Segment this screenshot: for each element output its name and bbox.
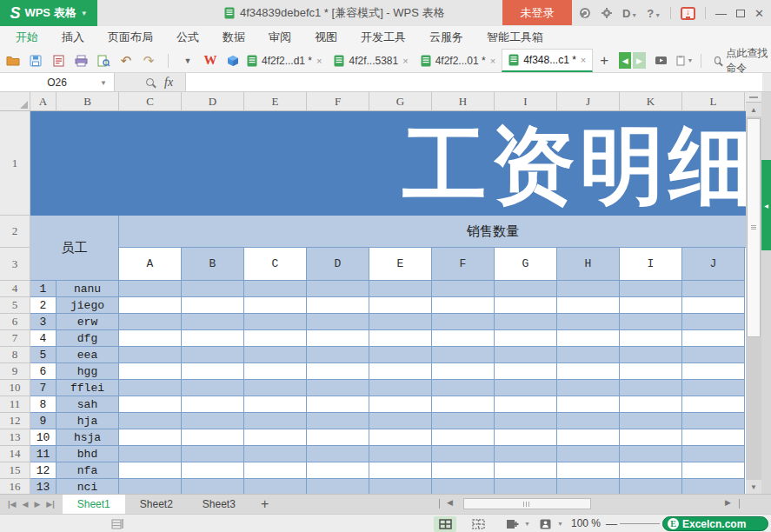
- empty-cell[interactable]: [432, 413, 495, 429]
- empty-cell[interactable]: [182, 330, 244, 347]
- empty-cell[interactable]: [119, 462, 182, 479]
- employee-name-cell[interactable]: erw: [56, 314, 119, 330]
- play-demo-icon[interactable]: [655, 56, 668, 66]
- empty-cell[interactable]: [432, 396, 495, 413]
- menu-formulas[interactable]: 公式: [176, 30, 199, 45]
- empty-cell[interactable]: [620, 347, 682, 363]
- wps-app-menu-button[interactable]: S WPS 表格 ▼: [0, 0, 97, 26]
- column-header-E[interactable]: E: [244, 92, 307, 110]
- help-icon[interactable]: ?▼: [647, 7, 661, 20]
- empty-cell[interactable]: [682, 297, 745, 314]
- empty-cell[interactable]: [182, 479, 244, 494]
- select-all-corner[interactable]: [0, 92, 30, 110]
- row-header-2[interactable]: 2: [0, 216, 30, 248]
- column-header-D[interactable]: D: [182, 92, 244, 110]
- sub-column-cell[interactable]: H: [557, 248, 620, 281]
- empty-cell[interactable]: [182, 413, 244, 429]
- empty-cell[interactable]: [119, 413, 182, 429]
- login-button[interactable]: 未登录: [502, 0, 572, 25]
- employee-number-cell[interactable]: 8: [30, 396, 56, 413]
- doc-tab-3[interactable]: 4f2f2...01 * ×: [415, 49, 502, 72]
- employee-name-cell[interactable]: nfa: [56, 462, 119, 479]
- empty-cell[interactable]: [369, 396, 432, 413]
- employee-name-cell[interactable]: nanu: [56, 281, 119, 297]
- empty-cell[interactable]: [620, 462, 682, 479]
- empty-cell[interactable]: [557, 446, 620, 462]
- page-break-view-icon[interactable]: [467, 516, 489, 532]
- empty-cell[interactable]: [682, 363, 745, 380]
- column-header-B[interactable]: B: [56, 92, 119, 110]
- menu-review[interactable]: 审阅: [269, 30, 291, 45]
- empty-cell[interactable]: [557, 281, 620, 297]
- empty-cell[interactable]: [682, 429, 745, 446]
- sub-column-cell[interactable]: C: [244, 248, 307, 281]
- find-command-box[interactable]: 点此查找命令: [715, 46, 771, 76]
- save-icon[interactable]: [28, 52, 43, 70]
- empty-cell[interactable]: [244, 330, 307, 347]
- empty-cell[interactable]: [369, 446, 432, 462]
- employee-name-cell[interactable]: nci: [56, 479, 119, 494]
- empty-cell[interactable]: [432, 429, 495, 446]
- employee-number-cell[interactable]: 2: [30, 297, 56, 314]
- empty-cell[interactable]: [557, 330, 620, 347]
- empty-cell[interactable]: [432, 380, 495, 396]
- column-header-I[interactable]: I: [495, 92, 557, 110]
- empty-cell[interactable]: [119, 281, 182, 297]
- empty-cell[interactable]: [182, 363, 244, 380]
- column-header-F[interactable]: F: [307, 92, 369, 110]
- empty-cell[interactable]: [557, 297, 620, 314]
- employee-name-cell[interactable]: bhd: [56, 446, 119, 462]
- empty-cell[interactable]: [244, 297, 307, 314]
- menu-home[interactable]: 开始: [16, 30, 38, 45]
- menu-page-layout[interactable]: 页面布局: [108, 30, 153, 45]
- empty-cell[interactable]: [307, 347, 369, 363]
- column-header-H[interactable]: H: [432, 92, 495, 110]
- close-icon[interactable]: ×: [316, 56, 322, 66]
- gear-icon[interactable]: [601, 7, 613, 19]
- employee-number-cell[interactable]: 13: [30, 479, 56, 494]
- empty-cell[interactable]: [682, 281, 745, 297]
- employee-number-cell[interactable]: 9: [30, 413, 56, 429]
- empty-cell[interactable]: [432, 462, 495, 479]
- empty-cell[interactable]: [495, 380, 557, 396]
- empty-cell[interactable]: [620, 330, 682, 347]
- empty-cell[interactable]: [307, 363, 369, 380]
- menu-insert[interactable]: 插入: [62, 30, 84, 45]
- empty-cell[interactable]: [495, 429, 557, 446]
- column-header-C[interactable]: C: [119, 92, 182, 110]
- empty-cell[interactable]: [620, 413, 682, 429]
- empty-cell[interactable]: [682, 446, 745, 462]
- empty-cell[interactable]: [182, 380, 244, 396]
- empty-cell[interactable]: [495, 330, 557, 347]
- empty-cell[interactable]: [620, 479, 682, 494]
- empty-cell[interactable]: [432, 347, 495, 363]
- export-pdf-icon[interactable]: [50, 52, 66, 70]
- row-header[interactable]: 14: [0, 446, 30, 462]
- toolbar-dropdown-icon[interactable]: ▼: [180, 52, 196, 70]
- empty-cell[interactable]: [495, 363, 557, 380]
- empty-cell[interactable]: [682, 413, 745, 429]
- doc-tab-1[interactable]: 4f2f2...d1 * ×: [241, 49, 328, 72]
- empty-cell[interactable]: [369, 429, 432, 446]
- empty-cell[interactable]: [557, 347, 620, 363]
- employee-name-cell[interactable]: hsja: [56, 429, 119, 446]
- empty-cell[interactable]: [620, 429, 682, 446]
- zoom-out-icon[interactable]: —: [606, 517, 617, 530]
- side-panel-toggle[interactable]: ◀: [761, 160, 771, 250]
- download-icon[interactable]: ↓: [681, 7, 695, 20]
- empty-cell[interactable]: [369, 281, 432, 297]
- search-function-icon[interactable]: [146, 78, 154, 86]
- empty-cell[interactable]: [244, 281, 307, 297]
- undo-icon[interactable]: ↶: [118, 52, 134, 70]
- print-preview-icon[interactable]: [96, 52, 111, 70]
- empty-cell[interactable]: [432, 479, 495, 494]
- employee-name-cell[interactable]: hja: [56, 413, 119, 429]
- employee-number-cell[interactable]: 12: [30, 462, 56, 479]
- close-icon[interactable]: ×: [402, 56, 408, 66]
- close-icon[interactable]: ✕: [754, 7, 764, 20]
- empty-cell[interactable]: [307, 462, 369, 479]
- wps-writer-icon[interactable]: W: [203, 52, 218, 70]
- employee-name-cell[interactable]: dfg: [56, 330, 119, 347]
- empty-cell[interactable]: [244, 413, 307, 429]
- row-header[interactable]: 15: [0, 462, 30, 479]
